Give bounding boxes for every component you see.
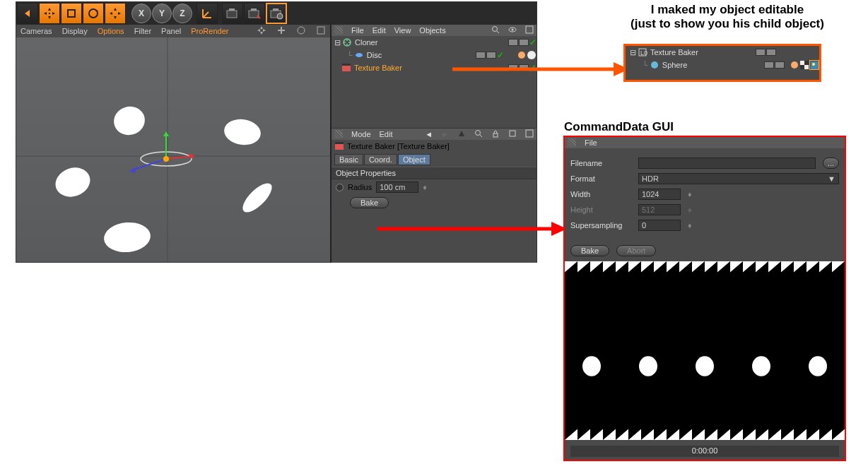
viewport-zoom-icon[interactable] — [276, 25, 286, 37]
check-icon[interactable]: ✓ — [497, 50, 504, 60]
layer-toggle[interactable] — [756, 49, 766, 56]
spin-value: 1024 — [642, 190, 659, 198]
nav-fwd-icon[interactable]: ► — [441, 130, 449, 138]
filename-label: Filename — [570, 159, 631, 167]
radius-field[interactable]: 100 cm — [376, 182, 418, 193]
tab-basic[interactable]: Basic — [334, 154, 363, 165]
menu-display[interactable]: Display — [62, 27, 88, 35]
om-menu-view[interactable]: View — [394, 26, 411, 35]
attrib-menu-edit[interactable]: Edit — [380, 130, 393, 138]
attrib-menubar: Mode Edit ◄ ► — [332, 129, 536, 140]
row-filename: Filename ... — [565, 155, 845, 171]
tree-row-baker2[interactable]: ⊟ L0 Texture Baker — [626, 46, 819, 59]
tool-undo[interactable] — [17, 3, 38, 24]
layer-toggle[interactable] — [764, 61, 774, 69]
layer-toggle[interactable] — [486, 52, 496, 59]
svg-point-51 — [582, 356, 601, 376]
tool-last[interactable] — [105, 3, 126, 24]
max-icon[interactable] — [525, 129, 534, 139]
tab-coord[interactable]: Coord. — [364, 154, 397, 165]
tool-rotate[interactable] — [83, 3, 104, 24]
om-menu-file[interactable]: File — [351, 26, 364, 35]
coord-system-button[interactable] — [197, 3, 218, 24]
menu-prorender[interactable]: ProRender — [191, 27, 228, 35]
tree-label: Sphere — [662, 61, 687, 69]
axis-y-button[interactable]: Y — [152, 4, 172, 23]
render-pv-button[interactable] — [244, 3, 265, 24]
viewport-3d[interactable] — [16, 37, 330, 262]
format-dropdown[interactable]: HDR ▼ — [638, 173, 839, 184]
render-settings-button[interactable] — [266, 3, 287, 24]
svg-rect-31 — [342, 66, 351, 71]
viewport-nav-icon[interactable] — [257, 25, 266, 37]
filename-input[interactable] — [638, 157, 816, 169]
clapper-icon — [341, 63, 351, 73]
layer-toggle[interactable] — [508, 39, 518, 46]
bake-button[interactable]: Bake — [350, 197, 389, 208]
svg-point-52 — [639, 356, 657, 376]
menu-panel[interactable]: Panel — [161, 27, 181, 35]
layer-toggle[interactable] — [775, 61, 785, 69]
om-eye-icon[interactable] — [508, 25, 517, 35]
menu-cameras[interactable]: Cameras — [20, 27, 52, 35]
tool-move[interactable] — [39, 3, 60, 24]
menu-filter[interactable]: Filter — [134, 27, 151, 35]
object-tree[interactable]: ⊟ Cloner ✓ └ Disc ✓ — [332, 36, 536, 128]
svg-point-1 — [89, 9, 98, 18]
nav-back-icon[interactable]: ◄ — [425, 130, 433, 138]
svg-point-29 — [518, 52, 525, 59]
axis-z-button[interactable]: Z — [172, 4, 192, 23]
tag-icon[interactable] — [517, 50, 527, 60]
tree-row-sphere[interactable]: └ Sphere — [626, 59, 819, 71]
axis-x-button[interactable]: X — [131, 4, 151, 23]
ss-spinner[interactable]: 0 — [638, 220, 681, 231]
null-icon: L0 — [638, 47, 647, 57]
section-header: Object Properties — [332, 167, 536, 179]
om-menu-edit[interactable]: Edit — [373, 26, 386, 35]
viewport-max-icon[interactable] — [316, 25, 326, 37]
om-max-icon[interactable] — [525, 25, 534, 35]
svg-point-55 — [809, 356, 827, 376]
annotation-text-1: I maked my object editable (just to show… — [587, 3, 868, 31]
anim-dot-icon[interactable] — [336, 184, 344, 191]
spinner-icon[interactable]: ♦ — [688, 190, 692, 198]
tag-texture-icon[interactable] — [809, 60, 819, 70]
layer-toggle[interactable] — [476, 52, 486, 59]
svg-text:L0: L0 — [640, 49, 647, 56]
attrib-menu-mode[interactable]: Mode — [351, 130, 371, 138]
svg-rect-2 — [227, 11, 237, 18]
layer-toggle[interactable] — [519, 39, 529, 46]
spinner-icon[interactable]: ♦ — [688, 221, 692, 230]
svg-rect-46 — [800, 61, 804, 65]
gui-bake-button[interactable]: Bake — [570, 245, 609, 256]
tag-icon[interactable] — [790, 60, 799, 70]
layer-toggle[interactable] — [766, 49, 776, 56]
width-spinner[interactable]: 1024 — [638, 189, 681, 200]
gui-menu-file[interactable]: File — [585, 138, 597, 147]
new-icon[interactable] — [508, 129, 517, 139]
gui-abort-button: Abort — [616, 245, 656, 256]
tab-object[interactable]: Object — [398, 154, 430, 165]
search-icon[interactable] — [474, 129, 483, 139]
prop-radius: Radius 100 cm ♦ — [332, 179, 536, 195]
check-icon[interactable]: ✓ — [529, 37, 536, 47]
spin-value: 512 — [642, 206, 655, 214]
svg-line-34 — [480, 135, 482, 137]
tree-row-cloner[interactable]: ⊟ Cloner ✓ — [332, 36, 536, 49]
om-search-icon[interactable] — [491, 25, 500, 35]
om-menu-objects[interactable]: Objects — [419, 26, 445, 35]
spinner-icon[interactable]: ♦ — [423, 183, 427, 191]
svg-point-49 — [812, 63, 815, 66]
lock-icon[interactable] — [491, 129, 500, 139]
browse-button[interactable]: ... — [823, 157, 839, 169]
nav-up-icon[interactable] — [457, 129, 466, 139]
menu-options[interactable]: Options — [98, 27, 124, 35]
tool-scale[interactable] — [61, 3, 82, 24]
tag-uv-icon[interactable] — [799, 60, 809, 70]
viewport-rotate-icon[interactable] — [296, 25, 306, 37]
render-view-button[interactable] — [222, 3, 243, 24]
radius-label: Radius — [348, 183, 372, 191]
tag-sphere-icon[interactable] — [527, 50, 536, 60]
tree-row-disc[interactable]: └ Disc ✓ — [332, 49, 536, 61]
tree-label: Disc — [367, 51, 382, 59]
